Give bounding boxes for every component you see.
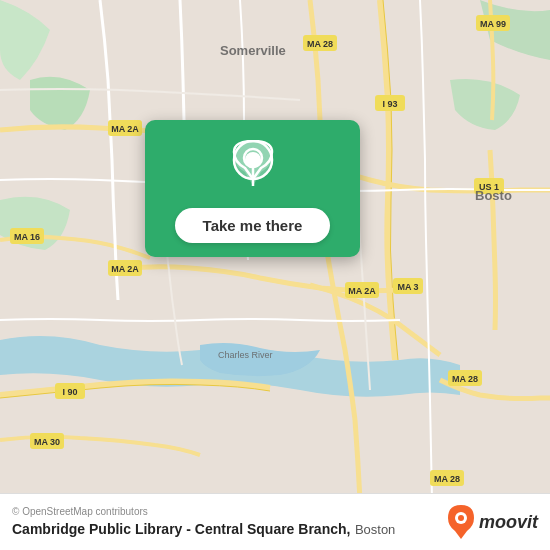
svg-text:MA 99: MA 99 xyxy=(480,19,506,29)
bottom-bar: © OpenStreetMap contributors Cambridge P… xyxy=(0,493,550,550)
moovit-text: moovit xyxy=(479,512,538,533)
svg-text:MA 2A: MA 2A xyxy=(111,264,139,274)
svg-point-36 xyxy=(248,153,258,163)
take-me-there-button[interactable]: Take me there xyxy=(175,208,331,243)
map-container: MA 2A MA 2A MA 2A MA 2A MA 28 MA 28 MA 2… xyxy=(0,0,550,550)
svg-text:I 93: I 93 xyxy=(382,99,397,109)
svg-text:Bosto: Bosto xyxy=(475,188,512,203)
svg-text:MA 3: MA 3 xyxy=(397,282,418,292)
svg-text:MA 28: MA 28 xyxy=(434,474,460,484)
location-pin-icon xyxy=(231,140,275,198)
svg-text:MA 16: MA 16 xyxy=(14,232,40,242)
svg-text:MA 28: MA 28 xyxy=(452,374,478,384)
svg-text:MA 2A: MA 2A xyxy=(111,124,139,134)
bottom-info: © OpenStreetMap contributors Cambridge P… xyxy=(12,506,395,538)
map-background: MA 2A MA 2A MA 2A MA 2A MA 28 MA 28 MA 2… xyxy=(0,0,550,550)
svg-text:Somerville: Somerville xyxy=(220,43,286,58)
map-attribution: © OpenStreetMap contributors xyxy=(12,506,395,517)
svg-text:I 90: I 90 xyxy=(62,387,77,397)
svg-text:MA 30: MA 30 xyxy=(34,437,60,447)
svg-point-39 xyxy=(458,515,464,521)
svg-text:MA 2A: MA 2A xyxy=(348,286,376,296)
svg-text:MA 28: MA 28 xyxy=(307,39,333,49)
location-card: Take me there xyxy=(145,120,360,257)
location-name: Cambridge Public Library - Central Squar… xyxy=(12,521,350,537)
svg-text:Charles River: Charles River xyxy=(218,350,273,360)
location-details: Cambridge Public Library - Central Squar… xyxy=(12,520,395,538)
moovit-logo: moovit xyxy=(447,504,538,540)
location-city: Boston xyxy=(355,522,395,537)
